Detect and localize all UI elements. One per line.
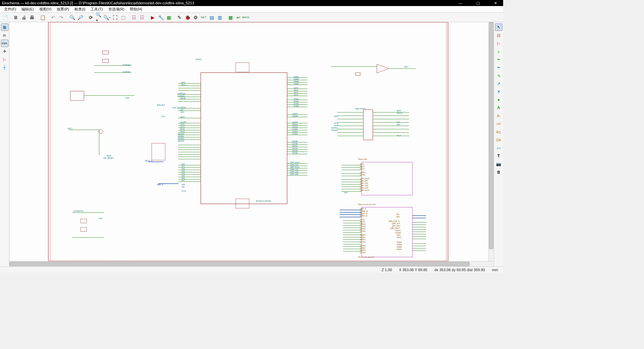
symbol-fields-icon[interactable]: ▥ (216, 14, 223, 21)
paste-icon[interactable]: 📋 (39, 14, 46, 21)
menu-inspect[interactable]: 检查(I) (72, 7, 88, 12)
pin-rcon: RCON- (360, 221, 365, 223)
erc-icon[interactable]: 🐞 (184, 14, 191, 21)
force-hv-icon[interactable]: ┼ (1, 64, 8, 71)
symbol-browser-icon[interactable]: ▦ (165, 14, 172, 21)
units-mm-button[interactable]: mm (1, 40, 8, 47)
minimize-button[interactable]: — (455, 1, 466, 5)
import-sheet-pin-icon[interactable]: DA (495, 136, 502, 144)
place-sheet-pin-icon[interactable]: A⊏ (495, 128, 502, 136)
close-button[interactable]: ✕ (490, 1, 501, 5)
net-an7: AN7 (181, 180, 185, 182)
menu-file[interactable]: 文件(F) (1, 7, 19, 12)
net-rsto: RSTO- (68, 128, 73, 130)
net-tclk-r: TCLK (397, 135, 401, 137)
pin-pwm7-r: PWM7 (397, 248, 402, 250)
place-bus-entry-icon[interactable]: ⇗ (495, 80, 502, 87)
place-power-icon[interactable]: ⏚ (495, 48, 502, 55)
menu-view[interactable]: 视图(V) (37, 7, 54, 12)
plot-icon[interactable]: 🖶 (28, 14, 36, 21)
leave-sheet-icon[interactable]: ☷ (138, 14, 146, 21)
refresh-icon[interactable]: ⟳ (87, 14, 95, 21)
pin-vrh2: VRH (396, 216, 400, 218)
find-replace-icon[interactable]: 🔎 (76, 14, 84, 21)
place-bus-icon[interactable]: ━ (495, 64, 502, 71)
place-symbol-icon[interactable]: ▷ (495, 40, 502, 47)
menu-help[interactable]: 帮助(H) (127, 7, 145, 12)
ref-mcf: MCF5213-LQFP100 (256, 200, 271, 202)
main-toolbar: 📄 🗎 🖨 🖶 📋 ↶ ↷ 🔍 🔎 ⟳ 🔍+ 🔍- ⛶ ⬚ ☷ ☷ ▶ 🔧 ▦ … (0, 13, 503, 22)
zoom-selection-icon[interactable]: ⬚ (119, 14, 127, 21)
zoom-fit-icon[interactable]: ⛶ (111, 14, 119, 21)
status-bar: Z 1.00 X 353.06 Y 69.85 dx 353.06 dy 69.… (0, 266, 503, 272)
svg-rect-90 (363, 110, 373, 140)
net-clkmod1-l: CLKMOD1 (177, 95, 185, 97)
netlist-icon[interactable]: NET (200, 14, 207, 21)
net-clkmod0: CLKMOD0 (122, 64, 130, 66)
footprint-edit-icon[interactable]: ✎ (176, 14, 183, 21)
print-icon[interactable]: 🖨 (20, 14, 28, 21)
units-in-button[interactable]: in (1, 32, 8, 39)
redo-icon[interactable]: ↷ (58, 14, 65, 21)
menu-tools[interactable]: 工具(T) (88, 7, 105, 12)
find-icon[interactable]: 🔍 (68, 14, 76, 21)
net-pst1: PST1 (180, 126, 185, 128)
net-gpt1: GPT1 (294, 89, 298, 91)
place-graphic-line-icon[interactable]: ▭ (495, 144, 502, 152)
place-netlabel-icon[interactable]: A (495, 104, 502, 111)
svg-rect-119 (362, 207, 412, 257)
cursor-shape-icon[interactable]: ✛ (1, 48, 8, 55)
net-vddpll: VDDPLL (196, 58, 202, 60)
back-icon[interactable]: ↩ (235, 14, 242, 21)
menu-edit[interactable]: 编辑(E) (19, 7, 37, 12)
undo-icon[interactable]: ↶ (50, 14, 57, 21)
net-qspi-cs2: QSPI_CS2 (290, 173, 298, 175)
place-junction-icon[interactable]: ● (495, 96, 502, 103)
net-irq7: IRQ-7 (404, 66, 409, 68)
net-canrx: CANRX (292, 115, 298, 117)
net-ddata1: DDATA1 (178, 135, 184, 137)
place-image-icon[interactable]: 📷 (495, 160, 502, 168)
svg-rect-1 (50, 22, 446, 261)
svg-rect-86 (80, 228, 87, 232)
grid-toggle-icon[interactable]: ▦ (1, 23, 8, 31)
pcb-icon[interactable]: ▦ (227, 14, 234, 21)
symbol-editor-icon[interactable]: 🔧 (157, 14, 164, 21)
delete-icon[interactable]: 🗑 (495, 168, 502, 176)
hierarchy-icon[interactable]: ☷ (130, 14, 138, 21)
place-noconnect-icon[interactable]: ✕ (495, 88, 502, 95)
pin-qspi-din2: QSPI_DIN (392, 225, 399, 227)
page-settings-icon[interactable]: 🗎 (12, 14, 19, 21)
pin-urts1: URTS1 (360, 171, 365, 173)
run-icon[interactable]: ▶ (149, 14, 156, 21)
net-urxd2: URXD2 (292, 126, 298, 128)
place-text-icon[interactable]: T (495, 152, 502, 160)
new-icon[interactable]: 📄 (1, 14, 9, 21)
hidden-pins-icon[interactable]: ▷ (1, 56, 8, 63)
schematic-canvas[interactable]: CLKMOD0 CLKMOD1 CLKIN/EXTAL RSTI- RSTO- … (9, 22, 494, 261)
net-pwm7: PWM7 (294, 83, 299, 85)
horizontal-scrollbar[interactable] (9, 261, 494, 266)
zoom-in-icon[interactable]: 🔍+ (95, 14, 103, 21)
menu-place[interactable]: 放置(P) (54, 7, 72, 12)
annotate-icon[interactable]: ⚙ (192, 14, 199, 21)
net-clkin-extal: CLKIN/EXTAL (73, 210, 84, 212)
menu-preferences[interactable]: 首选项(R) (106, 7, 127, 12)
select-tool-icon[interactable]: ↖ (495, 23, 502, 31)
highlight-net-icon[interactable]: ▤ (495, 32, 502, 39)
pin-rsto2: RSTO- (397, 237, 402, 239)
bom-icon[interactable]: ▤ (208, 14, 215, 21)
net-ucts1: UCTS1 (292, 147, 298, 149)
place-hierlabel-icon[interactable]: AD (495, 120, 502, 128)
net-dsclk: DSCLK (180, 106, 186, 108)
pin-qspi-sclk: QSPI_SCLK (360, 189, 369, 191)
net-pst0: PST0 (180, 123, 185, 126)
zoom-out-icon[interactable]: 🔍- (103, 14, 111, 21)
net-utxd2: UTXD2 (292, 133, 298, 135)
place-wire-entry-icon[interactable]: ⇘ (495, 72, 502, 79)
maximize-button[interactable]: ▢ (472, 1, 484, 5)
place-globallabel-icon[interactable]: A› (495, 112, 502, 119)
place-wire-icon[interactable]: ━ (495, 56, 502, 63)
pin-qspi-dout2: QSPI_DOUT (390, 227, 400, 229)
vertical-scrollbar[interactable] (488, 22, 494, 261)
